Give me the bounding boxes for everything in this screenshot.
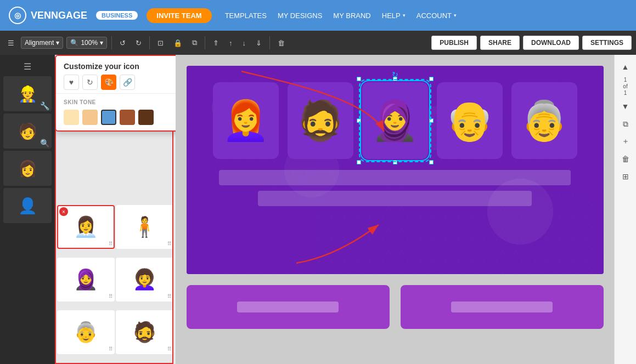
tab-favorite[interactable]: ♥ bbox=[64, 75, 79, 90]
move-down-button[interactable]: ⇓ bbox=[252, 37, 265, 49]
account-chevron-icon: ▾ bbox=[454, 13, 457, 18]
settings-button[interactable]: SETTINGS bbox=[582, 36, 632, 50]
skin-tone-4[interactable] bbox=[120, 110, 135, 125]
top-navigation: ◎ VENNGAGE BUSINESS INVITE TEAM TEMPLATE… bbox=[0, 0, 636, 31]
customize-popup: Customize your icon × ♥ ↻ 🎨 🔗 SKIN TONE bbox=[55, 55, 176, 132]
avatars-row: 👩‍🦰 🧔 ↻ 🧕 👴 bbox=[200, 82, 590, 159]
toolbar-divider-3 bbox=[205, 36, 205, 49]
grid-view-button[interactable]: ⊞ bbox=[618, 169, 633, 184]
help-chevron-icon: ▾ bbox=[403, 13, 406, 18]
icon-cell-3[interactable]: 🧕 ⠿ bbox=[57, 258, 115, 302]
nav-account[interactable]: ACCOUNT▾ bbox=[417, 12, 457, 20]
avatar-card-3[interactable]: ↻ 🧕 bbox=[362, 82, 428, 159]
sidebar-item-4[interactable]: 👤 bbox=[3, 188, 52, 223]
copy-button[interactable]: ⧉ bbox=[189, 36, 200, 49]
skin-tone-section: SKIN TONE bbox=[56, 94, 176, 130]
avatar-emoji-1: 👩‍💼 bbox=[74, 215, 98, 238]
skin-tone-2[interactable] bbox=[82, 110, 98, 125]
zoom-chevron-icon: ▾ bbox=[100, 39, 103, 47]
tab-color[interactable]: 🎨 bbox=[101, 75, 116, 90]
selection-handle-tc[interactable] bbox=[393, 77, 397, 81]
sidebar-item-1[interactable]: 👷 🔧 bbox=[3, 76, 52, 111]
selection-handle-tr[interactable] bbox=[429, 77, 434, 81]
download-button[interactable]: DOWNLOAD bbox=[523, 36, 579, 50]
frame-button[interactable]: ⊡ bbox=[154, 37, 167, 49]
selection-handle-tl[interactable] bbox=[357, 77, 361, 81]
toolbar-divider-1 bbox=[111, 36, 112, 49]
selection-handle-bc[interactable] bbox=[393, 160, 397, 164]
avatar-card-4[interactable]: 👴 bbox=[437, 82, 503, 159]
drag-handle-1[interactable]: ⠿ bbox=[109, 241, 112, 247]
drag-handle-4[interactable]: ⠿ bbox=[167, 293, 171, 299]
lock-button[interactable]: 🔒 bbox=[170, 37, 185, 49]
avatar-card-1[interactable]: 👩‍🦰 bbox=[213, 82, 279, 159]
selection-handle-mr[interactable] bbox=[429, 118, 434, 123]
business-badge: BUSINESS bbox=[96, 11, 138, 20]
sidebar-item-3[interactable]: 👩 bbox=[3, 151, 52, 186]
nav-my-designs[interactable]: MY DESIGNS bbox=[278, 12, 322, 20]
skin-tone-3[interactable] bbox=[101, 110, 116, 125]
delete-icon-1[interactable]: × bbox=[59, 207, 68, 216]
alignment-dropdown[interactable]: Alignment ▾ bbox=[21, 37, 63, 49]
selection-handle-ml[interactable] bbox=[357, 118, 361, 123]
avatar-emoji-display-1: 👩‍🦰 bbox=[222, 98, 269, 143]
share-button[interactable]: SHARE bbox=[480, 36, 520, 50]
publish-button[interactable]: PUBLISH bbox=[431, 36, 477, 50]
main-layout: ☰ 👷 🔧 🧑 🔍 👩 👤 Replace Customize your ico… bbox=[0, 55, 636, 364]
scroll-up-button[interactable]: ▲ bbox=[618, 59, 633, 75]
add-page-button[interactable]: ＋ bbox=[618, 134, 633, 149]
skin-tone-5[interactable] bbox=[138, 110, 154, 125]
sidebar-avatar-4: 👤 bbox=[18, 197, 37, 215]
icon-cell-2[interactable]: 🧍 ⠿ bbox=[116, 205, 173, 249]
skin-tone-1[interactable] bbox=[64, 110, 79, 125]
bottom-card-2[interactable] bbox=[401, 285, 604, 329]
icon-cell-5[interactable]: 👵 ⠿ bbox=[57, 310, 115, 354]
logo: ◎ VENNGAGE bbox=[9, 7, 87, 24]
drag-handle-3[interactable]: ⠿ bbox=[109, 293, 112, 299]
sidebar-item-2[interactable]: 🧑 🔍 bbox=[3, 113, 52, 149]
icon-cell-4[interactable]: 👩‍🦱 ⠿ bbox=[116, 258, 173, 302]
customize-popup-header: Customize your icon × bbox=[56, 56, 176, 75]
icon-cell-1[interactable]: × 👩‍💼 ⠿ bbox=[57, 205, 115, 249]
sidebar-avatar-2: 🧑 bbox=[18, 122, 37, 140]
hamburger-menu[interactable]: ☰ bbox=[4, 37, 18, 49]
invite-team-button[interactable]: INVITE TEAM bbox=[147, 8, 211, 23]
up-button[interactable]: ↑ bbox=[226, 37, 236, 49]
selection-handle-br[interactable] bbox=[429, 160, 434, 164]
undo-button[interactable]: ↺ bbox=[116, 37, 129, 49]
sidebar-hamburger[interactable]: ☰ bbox=[21, 59, 33, 74]
drag-handle-5[interactable]: ⠿ bbox=[109, 346, 112, 352]
bottom-card-bar-2 bbox=[451, 302, 553, 312]
zoom-dropdown[interactable]: 🔍 100% ▾ bbox=[66, 37, 107, 49]
tab-link[interactable]: 🔗 bbox=[120, 75, 135, 90]
bottom-card-1[interactable] bbox=[187, 285, 390, 329]
alignment-chevron-icon: ▾ bbox=[56, 39, 59, 47]
down-button[interactable]: ↓ bbox=[239, 37, 250, 49]
drag-handle-2[interactable]: ⠿ bbox=[167, 241, 171, 247]
avatar-emoji-display-2: 🧔 bbox=[296, 98, 344, 143]
nav-my-brand[interactable]: MY BRAND bbox=[333, 12, 370, 20]
skin-tones bbox=[64, 110, 176, 125]
scroll-down-button[interactable]: ▼ bbox=[618, 99, 633, 114]
page-indicator: 1 of 1 bbox=[623, 77, 627, 96]
canvas-area: 👩‍🦰 🧔 ↻ 🧕 👴 bbox=[176, 55, 614, 364]
bottom-card-bar-1 bbox=[237, 302, 339, 312]
drag-handle-6[interactable]: ⠿ bbox=[167, 346, 171, 352]
delete-page-button[interactable]: 🗑 bbox=[618, 151, 633, 167]
right-sidebar: ▲ 1 of 1 ▼ ⧉ ＋ 🗑 ⊞ bbox=[614, 55, 636, 364]
logo-icon: ◎ bbox=[9, 7, 26, 24]
duplicate-page-button[interactable]: ⧉ bbox=[618, 116, 633, 132]
toolbar-divider-2 bbox=[149, 36, 150, 49]
nav-help[interactable]: HELP▾ bbox=[382, 12, 406, 20]
avatar-emoji-5: 👵 bbox=[74, 321, 98, 344]
delete-button[interactable]: 🗑 bbox=[274, 37, 288, 49]
avatar-card-5[interactable]: 👵 bbox=[511, 82, 577, 159]
avatar-card-2[interactable]: 🧔 bbox=[288, 82, 353, 159]
redo-button[interactable]: ↻ bbox=[132, 37, 145, 49]
tab-refresh[interactable]: ↻ bbox=[82, 75, 98, 90]
move-up-button[interactable]: ⇑ bbox=[210, 37, 222, 49]
icon-cell-6[interactable]: 🧔 ⠿ bbox=[116, 310, 173, 354]
selection-handle-bl[interactable] bbox=[357, 160, 361, 164]
nav-templates[interactable]: TEMPLATES bbox=[225, 12, 267, 20]
nav-links: TEMPLATES MY DESIGNS MY BRAND HELP▾ ACCO… bbox=[225, 12, 457, 20]
